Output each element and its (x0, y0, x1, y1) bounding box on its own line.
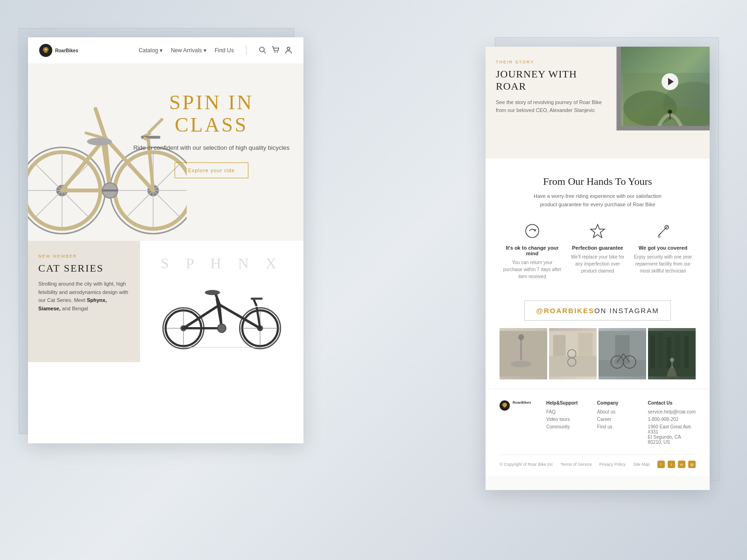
story-text: THEIR STORY JOURNEY WITH ROAR See the st… (486, 47, 616, 159)
sphinx-text: S P H N X (140, 255, 303, 272)
hero-subtitle: Ride in confident with our selection of … (133, 143, 289, 153)
svg-rect-90 (684, 336, 689, 368)
twitter-icon[interactable]: t (668, 461, 675, 468)
feature-1-desc: You can return your purchase within 7 da… (502, 259, 563, 280)
footer-logo-text: RoarBikes (513, 400, 531, 405)
footer-logo: RoarBikes (500, 400, 537, 447)
svg-point-50 (205, 290, 220, 295)
video-thumbnail[interactable] (621, 47, 710, 126)
footer-career[interactable]: Career (597, 417, 639, 422)
feature-3-desc: Enjoy security with one year repairment … (633, 253, 693, 274)
cat-bike-image (149, 278, 294, 353)
footer-logo-icon (500, 400, 510, 411)
logo-text: RoarBikes (55, 48, 78, 53)
footer-faq[interactable]: FAQ (546, 409, 588, 414)
facebook-icon[interactable]: f (657, 461, 665, 468)
svg-point-62 (526, 224, 539, 238)
svg-line-25 (86, 133, 103, 138)
search-icon[interactable] (259, 46, 266, 55)
footer-col-help: Help&Support FAQ Video tours Community (546, 400, 588, 447)
svg-rect-88 (667, 337, 671, 369)
story-title: JOURNEY WITH ROAR (496, 68, 606, 93)
hands-title: From Our Hands To Yours (500, 175, 696, 188)
footer-top: RoarBikes Help&Support FAQ Video tours C… (500, 400, 696, 447)
footer-about[interactable]: About us (597, 409, 639, 414)
cat-tag: NEW MEMBER (38, 254, 130, 259)
footer-sitemap[interactable]: Site Map (633, 462, 650, 467)
video-frame-outer (621, 47, 710, 126)
cat-description: Strolling around the city with light, hi… (38, 280, 130, 313)
hero-text-block: SPIN IN CLASS Ride in confident with our… (133, 91, 289, 178)
footer-col-company: Company About us Career Find us (597, 400, 639, 447)
story-section: THEIR STORY JOURNEY WITH ROAR See the st… (486, 47, 710, 159)
svg-point-3 (275, 52, 275, 53)
perfection-icon (588, 222, 607, 240)
hands-subtitle: Have a worry-free riding experience with… (528, 192, 668, 209)
nav-catalog[interactable]: Catalog ▾ (139, 47, 162, 54)
footer-phone: 1-800-908-202 (648, 417, 696, 422)
footer-privacy[interactable]: Privacy Policy (599, 462, 626, 467)
feature-1-title: It's ok to change your mind (502, 245, 563, 256)
svg-point-55 (218, 324, 226, 332)
cat-series-section: NEW MEMBER CAT SERIES Strolling around t… (28, 241, 303, 362)
story-video-side (616, 47, 710, 159)
svg-line-65 (659, 233, 661, 235)
instagram-section: @ROARBIKES ON INSTAGRAM (486, 291, 710, 389)
video-play-button[interactable] (662, 73, 678, 90)
insta-photo-4[interactable] (648, 328, 696, 379)
insta-photo-2[interactable] (549, 328, 597, 379)
social-icons: f t in @ (657, 461, 696, 468)
footer-terms[interactable]: Terms of Service (560, 462, 592, 467)
nav-divider (246, 46, 247, 55)
explore-button[interactable]: Explore your ride (175, 162, 248, 178)
footer-video-tours[interactable]: Video tours (546, 417, 588, 422)
svg-point-0 (45, 49, 47, 50)
user-icon[interactable] (285, 46, 292, 55)
insta-photo-3[interactable] (599, 328, 646, 379)
feature-perfection: Perfection guarantee We'll replace your … (567, 222, 628, 280)
svg-point-60 (668, 110, 672, 114)
footer-email[interactable]: service.help@roar.com (648, 409, 696, 414)
nav-new-arrivals[interactable]: New Arrivals ▾ (171, 47, 206, 54)
svg-rect-53 (251, 298, 263, 300)
feature-3-title: We got you covered (633, 245, 693, 251)
hero-section: SPIN IN CLASS Ride in confident with our… (28, 63, 303, 241)
story-tag: THEIR STORY (496, 60, 606, 64)
cart-icon[interactable] (272, 46, 279, 55)
right-card: THEIR STORY JOURNEY WITH ROAR See the st… (486, 47, 710, 490)
footer-community[interactable]: Community (546, 424, 588, 429)
svg-line-24 (96, 109, 106, 138)
svg-rect-67 (520, 339, 522, 360)
feature-covered: We got you covered Enjoy security with o… (633, 222, 693, 280)
svg-line-2 (264, 51, 266, 53)
nav-find-us[interactable]: Find Us (215, 47, 234, 54)
email-social-icon[interactable]: @ (688, 461, 696, 468)
svg-point-68 (518, 335, 524, 340)
svg-point-5 (287, 47, 290, 50)
cat-bike-area: S P H N X (140, 241, 303, 362)
instagram-handle: @ROARBIKES (536, 307, 594, 315)
feature-2-desc: We'll replace your bike for any imperfec… (567, 253, 628, 274)
footer: RoarBikes Help&Support FAQ Video tours C… (486, 389, 710, 476)
footer-company-title: Company (597, 400, 639, 406)
instagram-banner[interactable]: @ROARBIKES ON INSTAGRAM (524, 301, 670, 321)
feature-change-mind: It's ok to change your mind You can retu… (502, 222, 563, 280)
instagram-icon[interactable]: in (678, 461, 685, 468)
footer-help-title: Help&Support (546, 400, 588, 406)
features-row: It's ok to change your mind You can retu… (500, 222, 696, 280)
footer-find-us[interactable]: Find us (597, 424, 639, 429)
svg-point-1 (260, 47, 264, 52)
insta-photo-1[interactable] (500, 328, 547, 379)
logo[interactable]: RoarBikes (39, 44, 78, 57)
svg-rect-74 (578, 333, 592, 356)
footer-contact-title: Contact Us (648, 400, 696, 406)
feature-2-title: Perfection guarantee (567, 245, 628, 251)
svg-rect-87 (658, 333, 662, 368)
footer-copyright: © Copyright of Roar Bike.Inc (500, 462, 553, 467)
svg-point-69 (511, 361, 531, 367)
cat-info-box: NEW MEMBER CAT SERIES Strolling around t… (28, 241, 140, 362)
left-card: RoarBikes Catalog ▾ New Arrivals ▾ Find … (28, 37, 303, 443)
covered-icon (654, 222, 672, 240)
svg-line-52 (254, 299, 256, 306)
navbar: RoarBikes Catalog ▾ New Arrivals ▾ Find … (28, 37, 303, 63)
